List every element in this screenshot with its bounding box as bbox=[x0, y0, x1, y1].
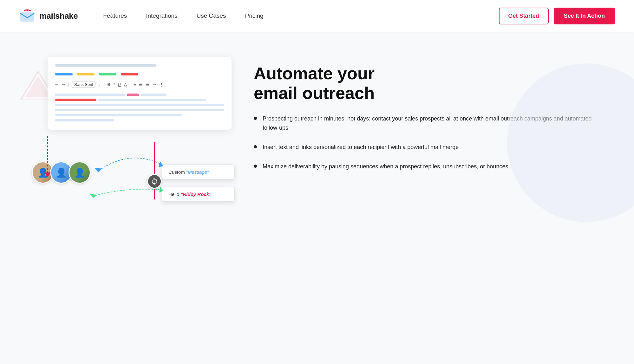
align-icon[interactable]: ≡ bbox=[134, 82, 136, 87]
highlight-pink bbox=[127, 94, 139, 96]
redo-icon[interactable]: ↪ bbox=[62, 82, 65, 87]
popup-message-value: "Message" bbox=[186, 169, 209, 175]
popup-message: Custom "Message" bbox=[162, 165, 235, 179]
header: mailshake Features Integrations Use Case… bbox=[0, 0, 634, 32]
content-line-4 bbox=[55, 109, 224, 111]
list-ordered-icon[interactable]: ☰ bbox=[139, 82, 143, 87]
bullet-dot-2 bbox=[254, 145, 257, 148]
popup-hello-label: Hello bbox=[168, 192, 180, 197]
nav: Features Integrations Use Cases Pricing bbox=[103, 12, 499, 19]
more-icon[interactable]: ⋮ bbox=[160, 82, 164, 87]
popup-hello: Hello "Ridoy Rock" bbox=[162, 187, 235, 202]
main-content: ↩ ↪ Sans Serif ↕ B I U A̲ ≡ ☰ ☰ ⇥ ⋮ bbox=[0, 32, 634, 349]
composer-tabs bbox=[55, 73, 224, 75]
popup-hello-value: "Ridoy Rock" bbox=[180, 192, 211, 197]
italic-icon[interactable]: I bbox=[114, 82, 115, 87]
nav-integrations[interactable]: Integrations bbox=[146, 12, 177, 19]
tab-blue[interactable] bbox=[55, 73, 73, 75]
font-selector[interactable]: Sans Serif bbox=[72, 81, 95, 88]
composer-top-bar bbox=[55, 64, 156, 67]
content-line-1 bbox=[55, 94, 224, 96]
avatar-3: 👤 bbox=[69, 161, 91, 184]
see-it-in-action-button[interactable]: See It In Action bbox=[554, 8, 615, 24]
list-unordered-icon[interactable]: ☰ bbox=[146, 82, 150, 87]
logo[interactable]: mailshake bbox=[19, 8, 78, 24]
indent-icon[interactable]: ⇥ bbox=[153, 82, 156, 87]
get-started-button[interactable]: Get Started bbox=[499, 8, 549, 24]
illustration: ↩ ↪ Sans Serif ↕ B I U A̲ ≡ ☰ ☰ ⇥ ⋮ bbox=[38, 51, 235, 241]
tab-green[interactable] bbox=[99, 73, 116, 75]
popup-message-label: Custom bbox=[168, 169, 186, 175]
content-line-3 bbox=[55, 104, 224, 106]
toolbar-separator-2 bbox=[104, 82, 104, 87]
bullet-dot-1 bbox=[254, 117, 257, 120]
tab-red[interactable] bbox=[121, 73, 138, 75]
toolbar-row: ↩ ↪ Sans Serif ↕ B I U A̲ ≡ ☰ ☰ ⇥ ⋮ bbox=[55, 81, 224, 88]
content-line-2 bbox=[55, 99, 224, 101]
nav-use-cases[interactable]: Use Cases bbox=[197, 12, 226, 19]
font-color-icon[interactable]: A̲ bbox=[124, 82, 127, 87]
tab-yellow[interactable] bbox=[77, 73, 95, 75]
svg-marker-9 bbox=[90, 194, 96, 198]
nav-pricing[interactable]: Pricing bbox=[245, 12, 263, 19]
undo-icon[interactable]: ↩ bbox=[55, 82, 59, 87]
underline-icon[interactable]: U bbox=[118, 82, 121, 87]
vertical-line bbox=[154, 142, 155, 199]
bold-icon[interactable]: B bbox=[107, 82, 110, 87]
composer-card: ↩ ↪ Sans Serif ↕ B I U A̲ ≡ ☰ ☰ ⇥ ⋮ bbox=[48, 57, 232, 130]
logo-text: mailshake bbox=[39, 11, 78, 21]
sync-icon bbox=[147, 174, 162, 189]
header-actions: Get Started See It In Action bbox=[499, 8, 615, 24]
logo-icon bbox=[19, 8, 36, 24]
personalization-section: Custom "Message" Hello "Ridoy Rock" 👤 👤 … bbox=[38, 161, 235, 184]
toolbar-separator-3 bbox=[130, 82, 130, 87]
toolbar-separator-1 bbox=[69, 82, 69, 87]
font-size-icon[interactable]: ↕ bbox=[99, 82, 101, 87]
content-line-5 bbox=[55, 114, 224, 116]
bullet-dot-3 bbox=[254, 165, 257, 168]
svg-rect-1 bbox=[20, 12, 34, 22]
content-line-6 bbox=[55, 119, 224, 121]
nav-features[interactable]: Features bbox=[103, 12, 127, 19]
